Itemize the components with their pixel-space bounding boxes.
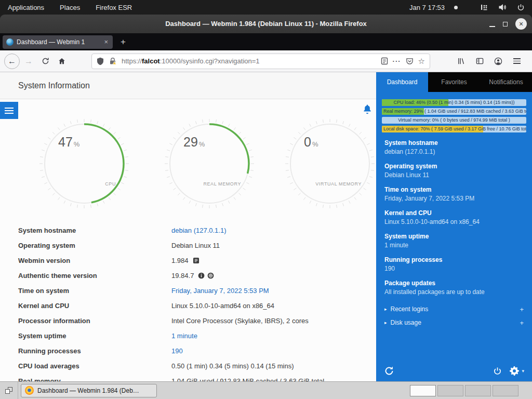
- recent-logins-toggle[interactable]: ▸ Recent logins +: [376, 302, 532, 316]
- page-header: System Information: [0, 72, 376, 99]
- uptime-link[interactable]: 1 minute: [171, 332, 197, 340]
- webmin-changelog-icon[interactable]: [193, 257, 200, 264]
- tab-notifications[interactable]: Notifications: [480, 72, 532, 92]
- processes-link[interactable]: 190: [171, 347, 183, 355]
- expand-icon[interactable]: +: [520, 305, 524, 313]
- gauge-real-memory-value: 29%: [183, 135, 205, 150]
- stat-hostname: System hostname debian (127.0.1.1): [384, 139, 524, 156]
- tab-dashboard-sidebar[interactable]: Dashboard: [376, 72, 428, 92]
- expand-icon[interactable]: +: [520, 319, 524, 327]
- workspace-3[interactable]: [465, 385, 491, 396]
- tab-dashboard[interactable]: Dashboard — Webmin 1 ×: [3, 35, 113, 49]
- sidebar-hamburger-button[interactable]: [0, 102, 18, 119]
- clock[interactable]: Jan 7 17:53: [409, 4, 451, 11]
- system-info-table: System hostname debian (127.0.1.1) Opera…: [0, 223, 376, 381]
- connection-lock-icon[interactable]: [109, 57, 117, 65]
- bottom-taskbar: Dashboard — Webmin 1.984 (Deb…: [0, 381, 532, 399]
- home-button[interactable]: [54, 54, 70, 69]
- tab-title: Dashboard — Webmin 1: [17, 38, 100, 46]
- url-scheme: https://: [122, 57, 142, 65]
- real-memory-bar: Real memory: 29% ( 1.04 GiB used / 912.8…: [382, 108, 526, 115]
- gauge-virtual-memory-value: 0%: [304, 135, 318, 150]
- power-icon[interactable]: [517, 4, 525, 11]
- table-row: Authentic theme version 19.84.7: [0, 268, 376, 283]
- theme-support-icon[interactable]: [207, 272, 214, 279]
- notifications-bell-icon[interactable]: [362, 103, 373, 115]
- workspace-switcher: [410, 385, 518, 396]
- reload-button[interactable]: [37, 54, 53, 69]
- table-row: Operating system Debian Linux 11: [0, 238, 376, 253]
- chevron-down-icon: ▾: [522, 368, 524, 374]
- workspace-1[interactable]: [410, 385, 436, 396]
- table-row: Running processes 190: [0, 343, 376, 358]
- tab-favorites[interactable]: Favorites: [428, 72, 480, 92]
- page-actions-icon[interactable]: ···: [393, 57, 401, 65]
- window-list-corner-icon[interactable]: [0, 382, 18, 399]
- workspace-4[interactable]: [493, 385, 518, 396]
- url-path: :10000/sysinfo.cgi?xnavigation=1: [160, 57, 260, 65]
- table-row: Kernel and CPU Linux 5.10.0-10-amd64 on …: [0, 298, 376, 313]
- refresh-icon[interactable]: [384, 366, 394, 376]
- chevron-right-icon: ▸: [384, 320, 387, 325]
- close-button[interactable]: ×: [515, 18, 527, 30]
- firefox-app-menu[interactable]: Firefox ESR: [88, 0, 140, 15]
- input-source-icon[interactable]: [481, 4, 488, 11]
- places-menu[interactable]: Places: [52, 0, 88, 15]
- table-row: System hostname debian (127.0.1.1): [0, 223, 376, 238]
- maximize-button[interactable]: [503, 22, 508, 26]
- tab-strip: Dashboard — Webmin 1 × +: [0, 33, 532, 50]
- cpu-load-bar: CPU load: 46% (0.50 (1 min) 0.34 (5 mins…: [382, 99, 526, 106]
- forward-button[interactable]: →: [21, 54, 36, 69]
- toolbar-right: [453, 54, 526, 69]
- firefox-icon: [25, 386, 34, 395]
- url-text[interactable]: https://falcot:10000/sysinfo.cgi?xnaviga…: [122, 57, 376, 65]
- browser-viewport: System Information 47% CPU 29%: [0, 72, 532, 381]
- sidebar-stats: System hostname debian (127.0.1.1) Opera…: [376, 139, 532, 297]
- table-row: Time on system Friday, January 7, 2022 5…: [0, 283, 376, 298]
- taskbar-window-button[interactable]: Dashboard — Webmin 1.984 (Deb…: [21, 384, 157, 397]
- reader-mode-icon[interactable]: [381, 57, 388, 65]
- volume-icon[interactable]: [498, 4, 507, 11]
- pocket-icon[interactable]: [406, 57, 414, 65]
- library-icon[interactable]: [453, 54, 469, 69]
- disk-usage-toggle[interactable]: ▸ Disk usage +: [376, 316, 532, 329]
- url-host: falcot: [142, 57, 160, 65]
- hostname-link[interactable]: debian (127.0.1.1): [171, 227, 227, 234]
- table-row: Real memory 1.04 GiB used / 912.83 MiB c…: [0, 374, 376, 381]
- tracking-protection-shield-icon[interactable]: [97, 57, 104, 65]
- screen-record-icon: [454, 6, 458, 9]
- gauge-real-memory: 29% REAL MEMORY: [164, 118, 255, 209]
- table-row: System uptime 1 minute: [0, 328, 376, 343]
- new-tab-button[interactable]: +: [116, 35, 130, 49]
- url-bar[interactable]: https://falcot:10000/sysinfo.cgi?xnaviga…: [91, 54, 430, 69]
- disk-space-bar: Local disk space: 70% ( 7.59 GiB used / …: [382, 126, 526, 132]
- page-title: System Information: [18, 81, 90, 90]
- gauge-real-memory-label: REAL MEMORY: [203, 181, 241, 187]
- gauge-cpu-label: CPU: [105, 181, 116, 187]
- window-titlebar[interactable]: Dashboard — Webmin 1.984 (Debian Linux 1…: [0, 15, 532, 33]
- bookmark-star-icon[interactable]: ☆: [418, 57, 425, 66]
- webmin-main-panel: System Information 47% CPU 29%: [0, 72, 376, 381]
- logout-icon[interactable]: [493, 367, 502, 376]
- applications-menu[interactable]: Applications: [0, 0, 52, 15]
- tab-close-icon[interactable]: ×: [103, 38, 109, 46]
- gauge-cpu-value: 47%: [58, 135, 79, 150]
- stat-os: Operating system Debian Linux 11: [384, 162, 524, 180]
- gear-icon[interactable]: [510, 366, 519, 376]
- sidebar-collapsibles: ▸ Recent logins + ▸ Disk usage +: [376, 302, 532, 329]
- account-icon[interactable]: [490, 54, 506, 69]
- webmin-favicon-icon: [6, 38, 14, 46]
- sidebar-toggle-icon[interactable]: [472, 54, 487, 69]
- back-button[interactable]: ←: [4, 54, 20, 69]
- navigation-toolbar: ← → https://falcot:10000/sysinfo.cgi?xna…: [0, 50, 532, 72]
- table-row: Webmin version 1.984: [0, 253, 376, 268]
- time-link[interactable]: Friday, January 7, 2022 5:53 PM: [171, 287, 269, 295]
- theme-info-icon[interactable]: [198, 272, 205, 279]
- hamburger-menu-icon[interactable]: [509, 54, 525, 69]
- gnome-top-bar: Applications Places Firefox ESR Jan 7 17…: [0, 0, 532, 15]
- stat-processes: Running processes 190: [384, 256, 524, 273]
- minimize-button[interactable]: [489, 26, 495, 27]
- workspace-2[interactable]: [437, 385, 463, 396]
- table-row: CPU load averages 0.50 (1 min) 0.34 (5 m…: [0, 358, 376, 374]
- stat-packages: Package updates All installed packages a…: [384, 279, 524, 297]
